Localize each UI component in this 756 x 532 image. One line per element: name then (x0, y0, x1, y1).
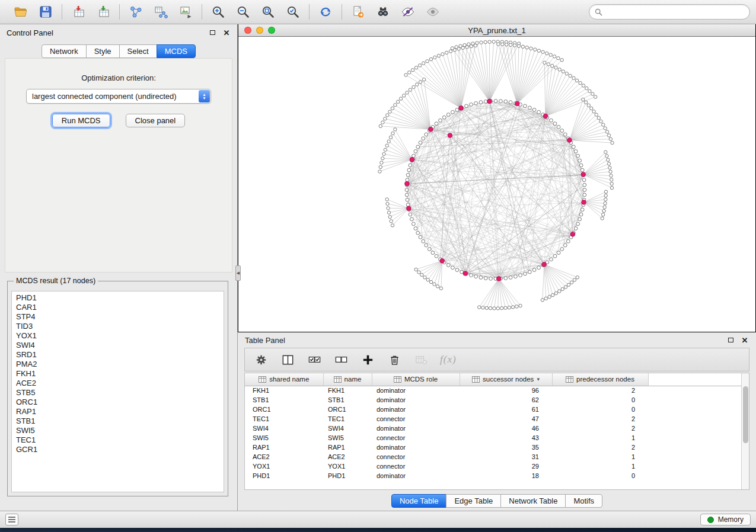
table-cell (648, 471, 741, 480)
mcds-result-item[interactable]: CAR1 (12, 303, 224, 312)
table-cell: connector (372, 433, 460, 443)
mcds-result-item[interactable]: YOX1 (12, 331, 224, 341)
table-cell (648, 395, 741, 405)
mcds-result-item[interactable]: STB5 (12, 388, 224, 398)
split-panel-icon[interactable] (280, 352, 295, 367)
window-close-icon[interactable] (244, 27, 251, 34)
table-row[interactable]: SWI4SWI4dominator462 (245, 424, 741, 433)
zoom-selected-icon[interactable] (284, 3, 302, 21)
select-all-icon[interactable] (307, 352, 322, 367)
table-row[interactable]: ACE2ACE2connector311 (245, 452, 741, 462)
run-mcds-button[interactable]: Run MCDS (52, 114, 110, 127)
window-maximize-icon[interactable] (268, 27, 275, 34)
table-settings-gear-icon[interactable] (253, 352, 269, 367)
optimization-criterion-select[interactable]: largest connected component (undirected)… (26, 89, 211, 104)
network-view-window: YPA_prune.txt_1 (238, 24, 756, 332)
table-row[interactable]: SWI5SWI5connector431 (245, 433, 741, 443)
table-cell: SWI5 (245, 433, 323, 443)
table-row[interactable]: FKH1FKH1dominator962 (245, 386, 741, 395)
mcds-result-item[interactable]: SRD1 (12, 350, 224, 360)
table-scrollbar[interactable] (741, 373, 749, 489)
zoom-in-icon[interactable] (209, 3, 227, 21)
mcds-result-item[interactable]: RAP1 (12, 407, 224, 416)
table-row[interactable]: PHD1PHD1dominator180 (245, 471, 741, 480)
mcds-result-item[interactable]: FKH1 (12, 369, 224, 379)
table-row[interactable]: YOX1YOX1connector291 (245, 462, 741, 471)
control-panel-title: Control Panel (7, 28, 53, 37)
tab-edge-table[interactable]: Edge Table (446, 494, 501, 508)
toolbar-separator (62, 4, 62, 20)
mcds-result-item[interactable]: STB1 (12, 416, 224, 426)
table-cell: 2 (552, 424, 648, 433)
import-network-icon[interactable] (69, 3, 87, 21)
tab-style[interactable]: Style (86, 44, 120, 58)
panel-menu-icon[interactable] (5, 514, 18, 525)
network-from-table-icon[interactable] (152, 3, 170, 21)
column-header-predecessor-nodes[interactable]: predecessor nodes (552, 373, 648, 386)
mcds-result-item[interactable]: ACE2 (12, 379, 224, 388)
table-cell: 62 (460, 395, 552, 405)
search-input[interactable] (606, 8, 744, 16)
network-window-titlebar[interactable]: YPA_prune.txt_1 (238, 24, 755, 37)
mcds-result-item[interactable]: TEC1 (12, 435, 224, 445)
column-header-name[interactable]: name (323, 373, 372, 386)
column-header-mcds-role[interactable]: MCDS role (372, 373, 460, 386)
table-cell: 31 (460, 452, 552, 462)
float-table-panel-icon[interactable] (726, 336, 735, 344)
mcds-result-item[interactable]: SWI5 (12, 426, 224, 435)
table-cell: STB1 (323, 395, 372, 405)
table-panel-title: Table Panel (245, 336, 285, 345)
network-canvas[interactable] (238, 37, 755, 332)
table-cell: connector (372, 414, 460, 424)
show-graphics-details-icon[interactable] (424, 3, 442, 21)
table-scrollbar-thumb[interactable] (743, 386, 748, 443)
add-column-icon[interactable] (360, 352, 375, 367)
mcds-result-item[interactable]: SWI4 (12, 341, 224, 350)
mcds-result-item[interactable]: TID3 (12, 322, 224, 331)
zoom-fit-icon[interactable] (259, 3, 277, 21)
table-row[interactable]: TEC1TEC1connector472 (245, 414, 741, 424)
mcds-result-list[interactable]: PHD1CAR1STP4TID3YOX1SWI4SRD1PMA2FKH1ACE2… (11, 291, 224, 492)
table-cell: SWI5 (323, 433, 372, 443)
new-network-icon[interactable] (127, 3, 145, 21)
close-panel-icon[interactable]: ✕ (222, 28, 231, 37)
search-field[interactable] (589, 4, 750, 20)
mcds-result-item[interactable]: STP4 (12, 312, 224, 322)
deselect-all-icon[interactable] (333, 352, 349, 367)
tab-motifs[interactable]: Motifs (565, 494, 602, 508)
close-table-panel-icon[interactable]: ✕ (741, 336, 749, 344)
tab-network[interactable]: Network (42, 44, 87, 58)
table-row[interactable]: STB1STB1dominator620 (245, 395, 741, 405)
window-minimize-icon[interactable] (256, 27, 263, 34)
import-table-icon[interactable] (94, 3, 112, 21)
float-panel-icon[interactable] (208, 28, 216, 37)
zoom-out-icon[interactable] (234, 3, 252, 21)
mcds-result-item[interactable]: GCR1 (12, 445, 224, 454)
tab-node-table[interactable]: Node Table (391, 494, 447, 508)
column-header-successor-nodes[interactable]: successor nodes▾ (460, 373, 552, 386)
mcds-result-item[interactable]: PMA2 (12, 360, 224, 369)
table-cell: RAP1 (245, 443, 323, 452)
find-icon[interactable] (374, 3, 392, 21)
save-icon[interactable] (37, 3, 55, 21)
close-panel-button[interactable]: Close panel (126, 114, 186, 127)
table-row[interactable]: ORC1ORC1dominator610 (245, 405, 741, 414)
tab-network-table[interactable]: Network Table (500, 494, 566, 508)
tab-mcds[interactable]: MCDS (157, 44, 196, 58)
column-header-shared-name[interactable]: shared name (245, 373, 323, 386)
open-folder-icon[interactable] (12, 3, 30, 21)
splitter-collapse-handle[interactable]: ◀ (235, 265, 241, 281)
mcds-result-item[interactable]: ORC1 (12, 398, 224, 407)
mcds-result-item[interactable]: PHD1 (12, 293, 224, 303)
tab-select[interactable]: Select (119, 44, 157, 58)
table-cell: dominator (372, 424, 460, 433)
table-cell: 29 (460, 462, 552, 471)
delete-column-icon[interactable] (387, 352, 402, 367)
export-image-icon[interactable] (177, 3, 194, 21)
refresh-icon[interactable] (317, 3, 334, 21)
hide-graphics-details-icon[interactable] (399, 3, 417, 21)
table-cell: ACE2 (245, 452, 323, 462)
table-row[interactable]: RAP1RAP1dominator352 (245, 443, 741, 452)
export-network-icon[interactable] (349, 3, 367, 21)
memory-button[interactable]: Memory (700, 514, 751, 525)
